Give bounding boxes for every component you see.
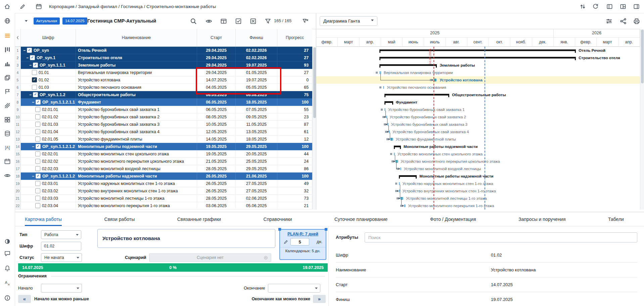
table-row[interactable]: 1602.02.02Устройство монолитного перекры… <box>15 158 312 165</box>
table-row[interactable]: 1902.03.01Устройство наружных монолитных… <box>15 180 312 187</box>
row-checkbox[interactable] <box>35 137 40 142</box>
tab-timesheets[interactable]: Табели <box>608 212 624 226</box>
info-icon[interactable] <box>4 295 11 301</box>
gantt-summary-bar[interactable] <box>394 146 401 147</box>
calendar-icon[interactable] <box>36 3 42 10</box>
bracket-a-icon[interactable]: [A] <box>4 144 11 151</box>
checkbox-on-icon[interactable] <box>235 18 242 25</box>
database-icon[interactable] <box>4 130 11 137</box>
collapse-toggle[interactable]: − <box>29 92 32 97</box>
table-row[interactable]: 1202.01.04Устройство буронабивных свай з… <box>15 128 312 136</box>
collapse-toggle[interactable]: − <box>32 100 34 105</box>
gantt-task-bar[interactable] <box>395 160 398 163</box>
table-row[interactable]: 1002.01.02Устройство буронабивных свай з… <box>15 113 312 121</box>
layout-split-icon[interactable] <box>620 3 627 10</box>
table-row[interactable]: 601.03Устройство песчаного основания04.0… <box>15 84 312 91</box>
collapse-toggle[interactable]: − <box>23 48 26 53</box>
row-checkbox[interactable] <box>32 70 37 75</box>
schedule-menu-caret[interactable] <box>25 20 28 23</box>
row-checkbox[interactable] <box>35 107 40 112</box>
row-checkbox[interactable] <box>35 196 40 201</box>
code-input[interactable] <box>41 242 81 251</box>
gantt-task-bar[interactable] <box>400 167 401 170</box>
attributes-search-input[interactable] <box>365 232 637 242</box>
column-header-progress[interactable]: Прогресс <box>277 29 312 46</box>
collapse-grid-icon[interactable] <box>15 29 21 46</box>
row-checkbox[interactable] <box>35 159 40 164</box>
layout-left-icon[interactable] <box>606 3 613 10</box>
row-checkbox[interactable] <box>35 166 40 171</box>
visibility-icon[interactable] <box>205 18 212 25</box>
gantt-summary-bar[interactable] <box>384 101 393 103</box>
table-row[interactable]: 401.01Вертикальная планировка территории… <box>15 69 312 76</box>
bell-icon[interactable] <box>4 265 11 272</box>
gantt-task-bar[interactable] <box>390 138 393 141</box>
sliders-icon[interactable] <box>606 18 612 25</box>
column-header-code[interactable]: Шифр <box>21 29 76 46</box>
row-checkbox[interactable] <box>35 122 40 127</box>
start-constraint-select[interactable] <box>41 284 82 293</box>
table-row[interactable]: 7−✓OP_syn.1.1.2Общестроительные работы06… <box>15 91 312 99</box>
gantt-summary-bar[interactable] <box>384 94 449 95</box>
chart-bars-icon[interactable] <box>4 60 11 67</box>
table-row[interactable]: 3−✓OP_syn.1.1.1Земляные работы29.04.2025… <box>15 62 312 69</box>
refresh-icon[interactable] <box>592 3 599 10</box>
scrollbar-thumb[interactable] <box>641 30 644 83</box>
tab-linked-schedules[interactable]: Связанные графики <box>177 212 221 226</box>
row-checkbox[interactable] <box>35 188 40 193</box>
table-row[interactable]: 2002.03.02Устройство внутренних монолитн… <box>15 187 312 195</box>
table-row[interactable]: 2202.03.04Устройство монолитного перекры… <box>15 202 312 209</box>
row-checkbox[interactable]: ✓ <box>36 144 41 149</box>
share-flow-icon[interactable] <box>620 18 627 25</box>
table-row[interactable]: 2−✓OP_syn.1Строительство отеля29.04.2025… <box>15 54 312 62</box>
column-header-name[interactable]: Наименование <box>76 29 197 46</box>
attribute-row[interactable]: Шифр01.02 <box>336 248 637 263</box>
eye-icon[interactable] <box>4 172 11 179</box>
table-row[interactable]: 2102.03.03Устройство монолитной лестницы… <box>15 195 312 202</box>
sort-icon[interactable] <box>580 3 586 10</box>
gantt-task-bar[interactable] <box>404 204 405 207</box>
gantt-summary-bar[interactable] <box>379 49 576 51</box>
checkbox-off-icon[interactable] <box>250 18 257 25</box>
row-checkbox[interactable]: ✓ <box>36 100 41 105</box>
layout-right-icon[interactable] <box>633 3 640 10</box>
breadcrumb[interactable]: Корпорация / Западный филиал / Гостиница… <box>49 0 216 13</box>
status-select[interactable]: Не начата <box>41 253 82 262</box>
row-checkbox[interactable]: ✓ <box>30 55 35 60</box>
tab-references[interactable]: Справочники <box>264 212 292 226</box>
tab-links[interactable]: Связи работы <box>104 212 135 226</box>
table-row[interactable]: 18−✓OP_syn.1.1.2.1.2Монолитные работы на… <box>15 173 312 180</box>
column-header-start[interactable]: Старт <box>197 29 236 46</box>
table-row[interactable]: 1502.02.01Устройство монолитных стен цок… <box>15 150 312 158</box>
collapse-toggle[interactable]: − <box>29 63 32 68</box>
end-constraint-select[interactable] <box>268 284 320 293</box>
collapse-toggle[interactable]: − <box>26 55 29 60</box>
hatch-icon[interactable] <box>4 102 11 109</box>
row-checkbox[interactable]: ✓ <box>33 63 38 68</box>
tab-work-card[interactable]: Карточка работы <box>25 212 62 226</box>
row-checkbox[interactable]: ✓ <box>32 77 37 82</box>
copy-layers-icon[interactable] <box>4 74 11 81</box>
search-icon[interactable] <box>190 18 197 25</box>
plan-duration-input[interactable] <box>290 238 309 245</box>
scenario-field[interactable]: Сценария нет <box>149 253 271 262</box>
collapse-toggle[interactable]: − <box>32 174 34 179</box>
table-columns-icon[interactable] <box>220 18 227 25</box>
row-checkbox[interactable] <box>35 114 40 119</box>
table-row[interactable]: 5✓01.02Устройство котлована14.07.202519.… <box>15 76 312 84</box>
table-row[interactable]: 902.01.01Устройство буронабивных свай за… <box>15 106 312 113</box>
asap-button[interactable]: « <box>18 295 31 303</box>
row-checkbox[interactable]: ✓ <box>36 174 41 179</box>
plan-title-link[interactable]: PLAN-R: 7 дней <box>280 232 326 236</box>
gantt-task-bar[interactable] <box>383 86 384 89</box>
row-checkbox[interactable] <box>32 85 37 90</box>
schedule-list-icon-active[interactable] <box>4 32 11 39</box>
row-checkbox[interactable]: ✓ <box>27 48 32 53</box>
table-row[interactable]: 14−✓OP_syn.1.1.2.1.2Монолитные работы по… <box>15 143 312 150</box>
collapse-toggle[interactable]: − <box>32 144 34 149</box>
attribute-row[interactable]: Старт14.07.2025 <box>336 277 637 292</box>
tab-requests[interactable]: Запросы и поручения <box>518 212 565 226</box>
print-icon[interactable] <box>633 18 640 25</box>
globe-icon[interactable] <box>4 17 11 24</box>
filter-clear-icon[interactable] <box>302 18 309 25</box>
